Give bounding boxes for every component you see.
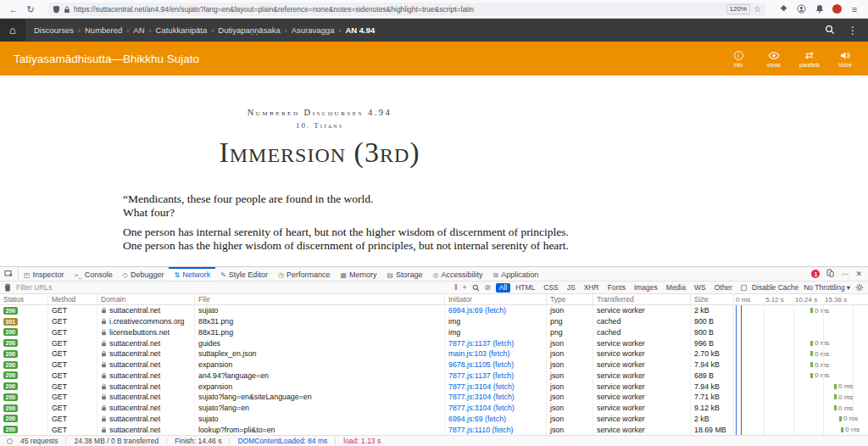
filter-pill-js[interactable]: JS	[564, 283, 579, 293]
zoom-level[interactable]: 120%	[726, 4, 750, 14]
tab-debugger[interactable]: ◇Debugger	[118, 267, 170, 281]
network-request-row[interactable]: 200GETsuttacentral.netsujato6994.js:69 (…	[0, 305, 868, 316]
filter-pill-ws[interactable]: WS	[691, 283, 709, 293]
initiator-link[interactable]: 7877.js:3104 (fetch)	[448, 393, 515, 401]
error-count-badge[interactable]: 1	[811, 270, 820, 278]
status-cell: 200	[0, 360, 48, 371]
breadcrumb-item[interactable]: AN	[133, 25, 144, 35]
tab-memory[interactable]: ▦Memory	[335, 267, 381, 281]
tab-performance[interactable]: ◷Performance	[273, 267, 336, 281]
network-request-row[interactable]: 200GETsuttacentral.netan4.94?language=en…	[0, 371, 868, 382]
tab-style-editor[interactable]: ✎Style Editor	[215, 267, 273, 281]
column-header-domain[interactable]: Domain	[97, 294, 195, 304]
initiator-link[interactable]: 6994.js:69 (fetch)	[448, 306, 506, 315]
column-header-size[interactable]: Size	[691, 294, 734, 304]
toolbar-action-views[interactable]: views	[763, 50, 785, 68]
pick-element-icon[interactable]	[0, 267, 19, 281]
notifications-bell-icon[interactable]	[812, 4, 826, 14]
tab-label: Accessibility	[442, 270, 483, 279]
toolbar-action-voice[interactable]: Voice	[834, 50, 856, 68]
back-button[interactable]: ←	[7, 1, 20, 18]
waterfall-bar	[834, 394, 837, 399]
app-menu-icon[interactable]: ≡	[848, 1, 861, 18]
lock-icon[interactable]	[64, 2, 70, 17]
filter-pill-xhr[interactable]: XHR	[581, 283, 603, 293]
kebab-menu-icon[interactable]: ⋮	[848, 25, 858, 36]
initiator-link[interactable]: 7877.js:3104 (fetch)	[448, 382, 515, 391]
network-request-row[interactable]: 301GETi.creativecommons.org88x31.pngimgp…	[0, 316, 868, 327]
throttling-dropdown[interactable]: No Throttling ▾	[804, 283, 850, 292]
network-request-row[interactable]: 200GETsuttacentral.netexpansion7877.js:3…	[0, 381, 868, 392]
request-blocking-icon[interactable]: ⊘	[485, 283, 491, 292]
network-request-row[interactable]: 200GETsuttacentral.netlookup?from=pli&to…	[0, 424, 868, 435]
breadcrumb-item[interactable]: Discourses	[34, 25, 74, 35]
filter-urls-input[interactable]	[16, 282, 449, 293]
toolbar-action-parallels[interactable]: ⇄parallels	[798, 50, 821, 68]
network-request-row[interactable]: 200GETsuttacentral.netsuttaplex_en.jsonm…	[0, 348, 868, 360]
toolbar-action-label: info	[734, 62, 743, 68]
initiator-cell: 7877.js:1137 (fetch)	[445, 337, 547, 348]
url-bar[interactable]: https://suttacentral.net/an4.94/en/sujat…	[47, 3, 766, 16]
devtools-options-icon[interactable]: ⋯	[841, 270, 849, 278]
toolbar-action-info[interactable]: iinfo	[727, 50, 749, 68]
search-requests-icon[interactable]	[472, 284, 480, 292]
filter-pill-html[interactable]: HTML	[512, 283, 538, 293]
tab-console[interactable]: >_Console	[70, 267, 118, 281]
tab-application[interactable]: ⊞Application	[488, 267, 544, 281]
home-button[interactable]: ⌂	[0, 19, 25, 42]
network-request-row[interactable]: 200GETlicensebuttons.net88x31.pngimgpngc…	[0, 327, 868, 338]
network-request-row[interactable]: 200GETsuttacentral.netexpansion9678.js:1…	[0, 360, 868, 371]
waterfall-header[interactable]: 0 ms5.12 s10.24 s15.36 s	[734, 294, 868, 304]
column-header-initiator[interactable]: Initiator	[445, 294, 547, 304]
filter-pill-fonts[interactable]: Fonts	[604, 283, 629, 293]
network-request-row[interactable]: 200GETsuttacentral.netguides7877.js:1137…	[0, 337, 868, 348]
initiator-link[interactable]: 7877.js:1137 (fetch)	[448, 339, 514, 348]
bookmark-star-icon[interactable]: ☆	[754, 3, 761, 15]
breadcrumb-item[interactable]: Catukkanipāta	[156, 25, 208, 35]
breadcrumb-item[interactable]: Numbered	[85, 25, 122, 35]
filter-pill-images[interactable]: Images	[631, 283, 661, 293]
tab-accessibility[interactable]: ◎Accessibility	[428, 267, 488, 281]
network-settings-gear-icon[interactable]	[855, 283, 864, 292]
responsive-design-icon[interactable]	[826, 269, 834, 279]
network-request-row[interactable]: 200GETsuttacentral.netsujato?lang=en7877…	[0, 403, 868, 414]
column-header-type[interactable]: Type	[547, 294, 593, 304]
size-cell: 7.71 kB	[691, 392, 734, 403]
tracking-shield-icon[interactable]	[53, 2, 60, 17]
filter-pill-other[interactable]: Other	[711, 283, 736, 293]
breadcrumb-item[interactable]: Asuravagga	[292, 25, 335, 35]
initiator-link[interactable]: 7877.js:1110 (fetch)	[448, 426, 513, 434]
filter-pill-media[interactable]: Media	[663, 283, 689, 293]
filter-pill-all[interactable]: All	[496, 283, 510, 293]
devtools-close-icon[interactable]: ✕	[855, 270, 862, 278]
search-icon[interactable]	[825, 23, 835, 38]
network-request-row[interactable]: 200GETsuttacentral.netsujato6994.js:69 (…	[0, 414, 868, 425]
filter-pill-css[interactable]: CSS	[540, 283, 561, 293]
size-cell: 7.94 kB	[691, 381, 734, 392]
column-header-status[interactable]: Status	[0, 294, 48, 304]
disable-cache-checkbox[interactable]	[741, 285, 747, 291]
column-header-method[interactable]: Method	[48, 294, 97, 304]
breadcrumb-item[interactable]: Dutiyapaṇṇāsaka	[218, 25, 280, 35]
tab-storage[interactable]: ▤Storage	[381, 267, 427, 281]
initiator-link[interactable]: 6994.js:69 (fetch)	[448, 415, 506, 423]
tab-network[interactable]: ⇅Network	[169, 267, 215, 281]
initiator-link[interactable]: 7877.js:3104 (fetch)	[448, 404, 515, 412]
column-header-transferred[interactable]: Transferred	[593, 294, 691, 304]
account-icon[interactable]	[794, 4, 809, 14]
clear-requests-icon[interactable]	[4, 283, 11, 292]
initiator-link[interactable]: 9678.js:1105 (fetch)	[448, 360, 514, 369]
network-request-row[interactable]: 200GETsuttacentral.netsujato?lang=en&sit…	[0, 392, 868, 403]
profile-avatar[interactable]	[830, 4, 844, 14]
tab-inspector[interactable]: ◰Inspector	[19, 267, 70, 281]
pause-recording-icon[interactable]: ‖	[454, 283, 458, 292]
reload-button[interactable]: ↻	[24, 1, 37, 18]
extensions-icon[interactable]	[776, 4, 791, 14]
disable-cache-label[interactable]: Disable Cache	[752, 283, 798, 292]
new-request-icon[interactable]: +	[463, 283, 467, 292]
performance-analysis-icon[interactable]	[7, 438, 13, 444]
initiator-link[interactable]: 7877.js:1137 (fetch)	[448, 371, 514, 380]
status-cell: 301	[0, 316, 48, 327]
initiator-link[interactable]: main.js:103 (fetch)	[448, 349, 509, 358]
column-header-file[interactable]: File	[195, 294, 445, 304]
